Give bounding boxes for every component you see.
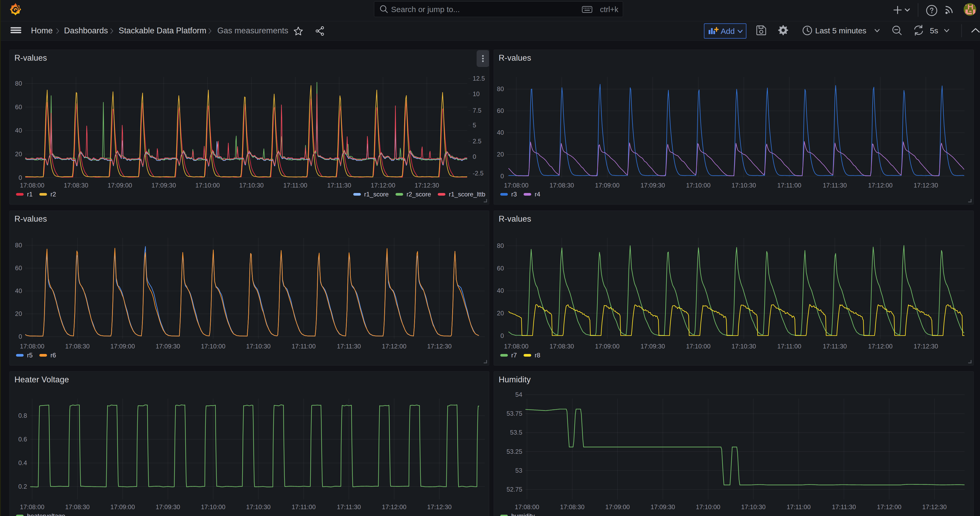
- svg-text:17:09:00: 17:09:00: [595, 182, 619, 189]
- svg-text:17:11:00: 17:11:00: [291, 343, 316, 350]
- svg-text:0: 0: [501, 332, 504, 339]
- svg-text:0.2: 0.2: [18, 483, 27, 490]
- svg-text:0: 0: [473, 153, 476, 160]
- svg-text:17:10:00: 17:10:00: [195, 182, 220, 189]
- svg-text:53.25: 53.25: [506, 448, 522, 455]
- svg-text:17:11:00: 17:11:00: [291, 503, 316, 511]
- svg-text:40: 40: [497, 129, 504, 136]
- svg-text:17:10:30: 17:10:30: [239, 182, 264, 189]
- svg-text:80: 80: [15, 242, 22, 249]
- svg-text:40: 40: [15, 127, 22, 134]
- svg-text:17:09:00: 17:09:00: [108, 182, 132, 189]
- svg-text:60: 60: [497, 107, 504, 114]
- svg-text:10: 10: [473, 90, 480, 97]
- svg-text:0: 0: [19, 333, 22, 340]
- svg-text:0.6: 0.6: [18, 436, 27, 443]
- svg-text:17:11:00: 17:11:00: [777, 343, 802, 350]
- svg-text:17:11:30: 17:11:30: [327, 182, 351, 189]
- svg-text:17:10:30: 17:10:30: [741, 503, 765, 511]
- svg-text:53.5: 53.5: [510, 429, 522, 436]
- svg-text:17:11:30: 17:11:30: [823, 343, 847, 350]
- svg-text:60: 60: [15, 264, 22, 272]
- svg-text:17:12:00: 17:12:00: [877, 503, 901, 511]
- svg-text:17:08:00: 17:08:00: [504, 343, 528, 350]
- svg-text:17:09:00: 17:09:00: [110, 503, 135, 511]
- svg-text:17:12:30: 17:12:30: [427, 503, 452, 511]
- svg-text:17:09:00: 17:09:00: [110, 343, 135, 350]
- svg-text:17:12:30: 17:12:30: [427, 343, 452, 350]
- svg-text:17:08:30: 17:08:30: [550, 343, 574, 350]
- svg-text:17:09:30: 17:09:30: [151, 182, 176, 189]
- svg-text:17:12:00: 17:12:00: [371, 182, 395, 189]
- svg-text:17:10:00: 17:10:00: [201, 343, 225, 350]
- svg-text:80: 80: [497, 85, 504, 92]
- svg-text:17:08:00: 17:08:00: [504, 182, 528, 189]
- svg-text:17:10:30: 17:10:30: [246, 503, 270, 511]
- svg-text:5: 5: [473, 122, 476, 129]
- svg-text:17:10:00: 17:10:00: [686, 182, 710, 189]
- svg-text:17:09:00: 17:09:00: [605, 503, 630, 511]
- svg-text:17:12:00: 17:12:00: [868, 182, 892, 189]
- svg-text:20: 20: [15, 310, 22, 317]
- svg-text:17:12:00: 17:12:00: [382, 343, 406, 350]
- svg-text:17:11:30: 17:11:30: [337, 503, 361, 511]
- svg-text:53.75: 53.75: [506, 410, 522, 417]
- svg-text:12.5: 12.5: [473, 75, 485, 82]
- svg-text:60: 60: [15, 104, 22, 111]
- svg-text:17:11:00: 17:11:00: [283, 182, 307, 189]
- svg-text:17:10:00: 17:10:00: [201, 503, 225, 511]
- svg-text:17:09:30: 17:09:30: [640, 182, 665, 189]
- svg-text:54: 54: [515, 391, 522, 398]
- svg-text:7.5: 7.5: [473, 107, 481, 114]
- svg-text:17:10:30: 17:10:30: [246, 343, 270, 350]
- svg-text:2.5: 2.5: [473, 138, 481, 145]
- svg-text:52.75: 52.75: [506, 486, 522, 493]
- svg-text:17:10:30: 17:10:30: [732, 182, 756, 189]
- svg-text:17:11:30: 17:11:30: [832, 503, 856, 511]
- svg-text:17:08:00: 17:08:00: [20, 503, 45, 511]
- svg-text:17:11:00: 17:11:00: [787, 503, 811, 511]
- svg-text:17:08:00: 17:08:00: [20, 182, 45, 189]
- svg-text:80: 80: [15, 80, 22, 87]
- svg-text:17:11:00: 17:11:00: [777, 182, 802, 189]
- svg-text:17:09:30: 17:09:30: [640, 343, 665, 350]
- svg-text:53: 53: [515, 467, 522, 474]
- svg-text:40: 40: [497, 287, 504, 294]
- svg-text:17:09:30: 17:09:30: [156, 343, 180, 350]
- svg-text:17:11:30: 17:11:30: [337, 343, 361, 350]
- svg-text:20: 20: [497, 151, 504, 158]
- svg-text:17:12:00: 17:12:00: [382, 503, 406, 511]
- svg-text:17:08:30: 17:08:30: [64, 182, 88, 189]
- svg-text:0.4: 0.4: [18, 459, 27, 467]
- svg-text:20: 20: [15, 150, 22, 158]
- svg-text:17:12:30: 17:12:30: [913, 343, 938, 350]
- svg-text:17:12:30: 17:12:30: [415, 182, 439, 189]
- svg-text:0: 0: [19, 174, 22, 181]
- svg-text:17:08:30: 17:08:30: [65, 343, 89, 350]
- svg-text:17:11:30: 17:11:30: [823, 182, 847, 189]
- svg-text:17:08:30: 17:08:30: [65, 503, 89, 511]
- svg-text:17:12:30: 17:12:30: [913, 182, 938, 189]
- svg-text:-2.5: -2.5: [473, 170, 484, 177]
- svg-text:0: 0: [501, 172, 504, 180]
- svg-text:17:09:30: 17:09:30: [156, 503, 180, 511]
- svg-text:17:08:00: 17:08:00: [515, 503, 539, 511]
- svg-text:17:09:30: 17:09:30: [651, 503, 675, 511]
- svg-text:17:09:00: 17:09:00: [595, 343, 619, 350]
- svg-text:17:08:30: 17:08:30: [560, 503, 584, 511]
- svg-text:17:10:00: 17:10:00: [696, 503, 720, 511]
- svg-text:17:12:30: 17:12:30: [922, 503, 947, 511]
- svg-text:17:10:00: 17:10:00: [686, 343, 710, 350]
- svg-text:17:08:00: 17:08:00: [20, 343, 45, 350]
- svg-text:40: 40: [15, 287, 22, 295]
- svg-text:0.8: 0.8: [18, 412, 27, 419]
- svg-text:17:08:30: 17:08:30: [550, 182, 574, 189]
- svg-text:60: 60: [497, 265, 504, 272]
- svg-text:17:10:30: 17:10:30: [732, 343, 756, 350]
- svg-text:20: 20: [497, 310, 504, 317]
- svg-text:80: 80: [497, 242, 504, 249]
- svg-text:17:12:00: 17:12:00: [868, 343, 892, 350]
